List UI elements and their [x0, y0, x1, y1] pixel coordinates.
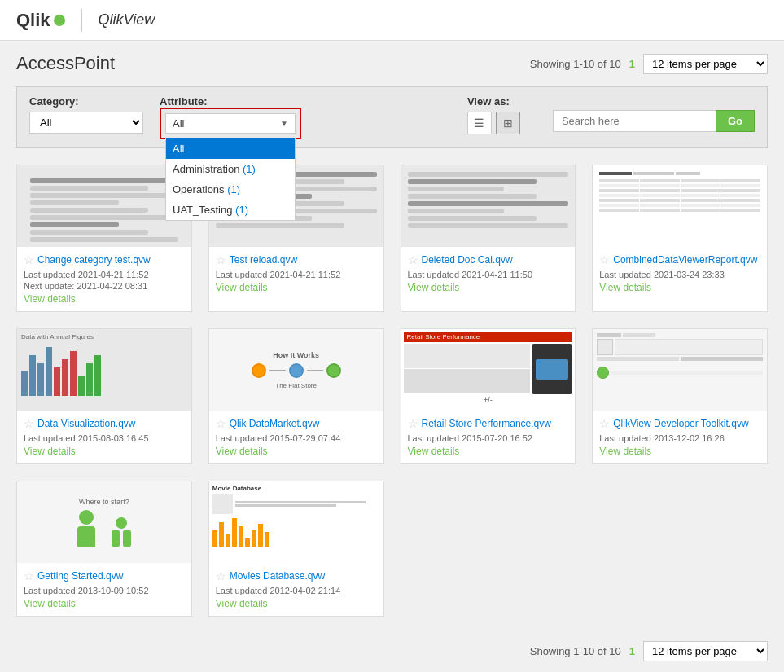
attribute-label: Attribute: — [160, 95, 208, 108]
doc-card-6: How It Works The Flat Store ☆ Qlik DataM… — [208, 328, 384, 464]
doc-card-5: Data with Annual Figures ☆ Da — [16, 328, 192, 464]
doc-thumbnail-9: Where to start? — [17, 481, 191, 563]
thumb-line — [408, 187, 505, 191]
search-area: Go — [553, 110, 755, 132]
doc-title-row-10: ☆ Movies Database.qvw — [216, 569, 377, 582]
star-icon-9[interactable]: ☆ — [24, 569, 34, 582]
attribute-option-uat[interactable]: UAT_Testing (1) — [166, 200, 295, 220]
doc-next-update-1: Next update: 2021-04-22 08:31 — [24, 281, 185, 291]
doc-info-4: ☆ CombinedDataViewerReport.qvw Last upda… — [593, 247, 767, 300]
star-icon-3[interactable]: ☆ — [408, 253, 418, 266]
category-select[interactable]: All — [29, 112, 143, 134]
doc-title-4[interactable]: CombinedDataViewerReport.qvw — [613, 254, 757, 266]
doc-title-2[interactable]: Test reload.qvw — [230, 254, 297, 266]
doc-card-10: Movie Database — [208, 481, 384, 617]
view-icons: ☰ ⊞ — [467, 112, 520, 134]
star-icon-8[interactable]: ☆ — [599, 417, 610, 430]
view-details-10[interactable]: View details — [216, 598, 268, 609]
doc-thumbnail-7: Retail Store Performance +/- — [401, 329, 576, 411]
doc-meta-10: Last updated 2012-04-02 21:14 — [216, 586, 377, 595]
attribute-option-administration[interactable]: Administration (1) — [166, 159, 295, 179]
attribute-select-field[interactable]: All ▼ — [165, 113, 296, 134]
bottom-items-per-page-select[interactable]: 12 items per page 24 items per page 48 i… — [643, 641, 768, 661]
thumb-line — [408, 223, 569, 228]
star-icon-1[interactable]: ☆ — [24, 253, 34, 266]
thumb-line — [30, 178, 178, 183]
search-input[interactable] — [553, 110, 716, 132]
doc-title-row-2: ☆ Test reload.qvw — [216, 253, 377, 266]
doc-title-8[interactable]: QlikView Developer Toolkit.qvw — [613, 418, 748, 429]
doc-title-6[interactable]: Qlik DataMarket.qvw — [230, 418, 320, 429]
main-container: AccessPoint Showing 1-10 of 10 1 12 item… — [0, 41, 784, 672]
showing-text: Showing 1-10 of 10 — [530, 58, 621, 70]
thumb-line — [216, 223, 344, 228]
view-details-5[interactable]: View details — [24, 446, 76, 457]
search-button[interactable]: Go — [716, 110, 755, 132]
doc-title-3[interactable]: Deleted Doc Cal.qvw — [422, 254, 513, 266]
doc-meta-1: Last updated 2021-04-21 11:52 — [24, 270, 185, 279]
doc-thumbnail-6: How It Works The Flat Store — [209, 329, 383, 411]
qlikview-text: QlikView — [99, 11, 155, 29]
grid-view-button[interactable]: ⊞ — [496, 112, 520, 134]
view-details-7[interactable]: View details — [408, 446, 460, 457]
star-icon-10[interactable]: ☆ — [216, 569, 226, 582]
view-as-group: View as: ☰ ⊞ — [467, 95, 520, 134]
thumb-line — [30, 222, 119, 227]
attribute-selected-value: All — [173, 117, 184, 130]
attribute-option-all[interactable]: All — [166, 138, 295, 159]
view-as-label: View as: — [467, 95, 520, 108]
thumb-line — [30, 200, 119, 205]
view-details-9[interactable]: View details — [24, 598, 76, 609]
doc-title-row-1: ☆ Change category test.qvw — [24, 253, 185, 266]
thumb-line — [30, 230, 148, 235]
doc-meta-4: Last updated 2021-03-24 23:33 — [599, 270, 760, 279]
attribute-option-operations[interactable]: Operations (1) — [166, 179, 295, 200]
doc-card-7: Retail Store Performance +/- ☆ — [401, 328, 576, 464]
logo-area: Qlik QlikView — [16, 9, 155, 32]
doc-meta-3: Last updated 2021-04-21 11:50 — [408, 270, 569, 279]
category-filter-group: Category: All — [29, 95, 143, 134]
doc-card-4: ☆ CombinedDataViewerReport.qvw Last upda… — [592, 165, 768, 312]
doc-card-9: Where to start? — [16, 481, 192, 617]
doc-info-6: ☆ Qlik DataMarket.qvw Last updated 2015-… — [209, 411, 383, 463]
doc-info-1: ☆ Change category test.qvw Last updated … — [17, 247, 191, 311]
view-details-3[interactable]: View details — [408, 282, 460, 293]
doc-info-3: ☆ Deleted Doc Cal.qvw Last updated 2021-… — [401, 247, 576, 300]
thumb-line — [408, 209, 505, 213]
doc-title-10[interactable]: Movies Database.qvw — [230, 570, 325, 582]
doc-card-3: ☆ Deleted Doc Cal.qvw Last updated 2021-… — [401, 165, 576, 312]
star-icon-6[interactable]: ☆ — [216, 417, 226, 430]
doc-info-9: ☆ Getting Started.qvw Last updated 2013-… — [17, 563, 191, 616]
star-icon-4[interactable]: ☆ — [599, 253, 610, 266]
doc-meta-9: Last updated 2013-10-09 10:52 — [24, 586, 185, 595]
qlik-logo: Qlik — [16, 10, 65, 31]
thumb-line — [30, 208, 148, 213]
top-bar: AccessPoint Showing 1-10 of 10 1 12 item… — [16, 53, 768, 74]
current-page: 1 — [629, 58, 635, 70]
qlik-dot-icon — [54, 15, 65, 26]
view-details-8[interactable]: View details — [599, 446, 651, 457]
doc-title-row-9: ☆ Getting Started.qvw — [24, 569, 185, 582]
doc-title-9[interactable]: Getting Started.qvw — [37, 570, 123, 582]
list-view-button[interactable]: ☰ — [467, 112, 492, 134]
view-details-4[interactable]: View details — [599, 282, 651, 293]
doc-title-7[interactable]: Retail Store Performance.qvw — [422, 418, 551, 429]
view-details-2[interactable]: View details — [216, 282, 268, 293]
doc-title-5[interactable]: Data Visualization.qvw — [37, 418, 136, 429]
star-icon-7[interactable]: ☆ — [408, 417, 418, 430]
doc-title-row-3: ☆ Deleted Doc Cal.qvw — [408, 253, 569, 266]
view-details-6[interactable]: View details — [216, 446, 268, 457]
doc-title-row-7: ☆ Retail Store Performance.qvw — [408, 417, 569, 430]
items-per-page-select[interactable]: 12 items per page 24 items per page 48 i… — [643, 54, 768, 74]
star-icon-2[interactable]: ☆ — [216, 253, 226, 266]
thumb-line — [408, 179, 537, 184]
grid-view-icon: ⊞ — [503, 116, 513, 130]
bottom-showing-text: Showing 1-10 of 10 — [530, 645, 621, 657]
doc-card-8: ☆ QlikView Developer Toolkit.qvw Last up… — [592, 328, 768, 464]
view-details-1[interactable]: View details — [24, 293, 76, 305]
thumb-line — [30, 237, 178, 242]
thumb-line — [408, 172, 569, 177]
doc-title-1[interactable]: Change category test.qvw — [37, 254, 151, 266]
doc-title-row-8: ☆ QlikView Developer Toolkit.qvw — [599, 417, 760, 430]
star-icon-5[interactable]: ☆ — [24, 417, 34, 430]
